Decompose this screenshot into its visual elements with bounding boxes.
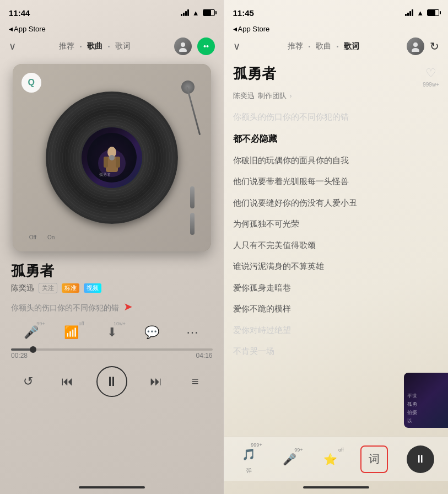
back-button-right[interactable]: ◂ App Store (224, 24, 449, 35)
top-nav-left: ∨ 推荐 歌曲 歌词 (0, 35, 224, 60)
eq-badge: off (79, 321, 84, 326)
playlist-icon: ≡ (192, 374, 199, 389)
star-icon-wrap[interactable]: ⭐ off (320, 448, 342, 470)
bottom-action-bar-right: 🎵 999+ 弹 🎤 99+ ⭐ off 词 (224, 437, 449, 481)
like-action-btn[interactable]: 🎤 99+ (21, 322, 42, 343)
lyric-line-9: 爱你不跪的模样 (233, 298, 440, 320)
svg-text:孤勇者: 孤勇者 (99, 173, 111, 177)
tab-recommend-right[interactable]: 推荐 (288, 41, 303, 51)
signal-icon-left (181, 9, 189, 16)
lyric-line-1: 都不必隐藏 (233, 128, 440, 150)
eq-action-btn[interactable]: 📶 off (61, 322, 82, 343)
star-action-item[interactable]: ⭐ off (320, 448, 342, 470)
ci-button[interactable]: 词 (360, 445, 388, 473)
download-icon: ⬇ (107, 325, 117, 340)
wifi-icon-right: ▲ (417, 9, 424, 17)
standard-tag-left[interactable]: 标准 (62, 283, 79, 293)
prev-icon: ⏮ (61, 374, 73, 389)
progress-container-left[interactable]: 00:28 04:16 (0, 346, 224, 362)
like-badge: 99+ (36, 321, 45, 326)
comment-action-btn[interactable]: 💬 (142, 322, 163, 343)
avatar-left[interactable] (174, 37, 192, 55)
svg-rect-8 (104, 157, 108, 168)
refresh-icon-right[interactable]: ↻ (430, 40, 439, 53)
tab-songs-left[interactable]: 歌曲 (87, 41, 102, 51)
nav-chevron-right[interactable]: ∨ (233, 40, 240, 52)
svg-point-1 (179, 48, 187, 52)
nav-chevron-left[interactable]: ∨ (9, 40, 16, 52)
video-tag-left[interactable]: 视频 (84, 283, 101, 293)
status-bar-left: 11:44 ▲ (0, 0, 224, 24)
status-time-left: 11:44 (9, 8, 30, 18)
chevron-left-icon-right: ◂ (233, 24, 237, 33)
next-icon: ⏭ (150, 374, 162, 389)
tab-recommend-left[interactable]: 推荐 (59, 41, 74, 51)
qs-logo: Q (21, 73, 41, 93)
nav-dot-1 (80, 46, 82, 47)
follow-tag-left[interactable]: 关注 (39, 283, 57, 293)
artist-name-right[interactable]: 陈奕迅 (233, 91, 255, 101)
svg-point-11 (413, 42, 418, 47)
dan-label: 弹 (246, 467, 252, 475)
tab-lyrics-left[interactable]: 歌词 (115, 41, 131, 51)
pause-button-right[interactable]: ⏸ (407, 445, 434, 473)
star-badge: off (338, 447, 344, 453)
play-pause-button-left[interactable]: ⏸ (96, 366, 127, 397)
more-action-btn[interactable]: ⋯ (182, 322, 203, 343)
pause-action-item-right[interactable]: ⏸ (407, 445, 434, 473)
tab-songs-right[interactable]: 歌曲 (316, 41, 331, 51)
equalizer-icon: 📶 (64, 325, 79, 340)
heart-count-right[interactable]: ♡ 999w+ (423, 66, 439, 88)
next-button-left[interactable]: ⏭ (146, 372, 166, 391)
nav-tabs-left: 推荐 歌曲 歌词 (59, 41, 131, 51)
team-label-right[interactable]: 制作团队 (258, 91, 287, 101)
chevron-right-icon: › (290, 92, 292, 100)
home-bar-left (79, 486, 145, 488)
slider-controls[interactable] (190, 186, 195, 235)
artist-name-left[interactable]: 陈奕迅 (11, 283, 34, 293)
tonearm (150, 80, 195, 147)
like-action-item-right[interactable]: 🎤 99+ (279, 448, 301, 470)
progress-thumb-left[interactable] (30, 346, 36, 353)
lyric-line-6: 人只有不完美值得歌颂 (233, 235, 440, 256)
tab-lyrics-right[interactable]: 歌词 (344, 41, 359, 51)
playlist-button-left[interactable]: ≡ (185, 372, 205, 391)
svg-point-3 (206, 45, 208, 47)
home-indicator-left (0, 481, 224, 494)
thumb-line-2: 拍摄 (407, 409, 445, 416)
star-icon: ⭐ (323, 453, 337, 466)
lyrics-header-right: 孤勇者 ♡ 999w+ (224, 60, 449, 90)
lyric-line-10: 爱你对峙过绝望 (233, 320, 440, 341)
play-icon: ⏸ (105, 374, 118, 389)
left-panel: 11:44 ▲ ◂ App Store ∨ 推荐 歌曲 歌词 (0, 0, 224, 494)
thumb-line-3: 以 (407, 417, 445, 425)
back-button-left[interactable]: ◂ App Store (0, 24, 224, 35)
status-bar-right: 11:45 ▲ (224, 0, 449, 24)
ci-label: 词 (369, 452, 380, 466)
wechat-button-left[interactable] (197, 37, 215, 55)
home-bar-right (303, 486, 369, 488)
thumbnail-overlay-right[interactable]: 平世 孤勇 拍摄 以 (404, 373, 448, 428)
lyrics-text-left: 你额头的伤口你的不同你犯的错 (11, 303, 119, 312)
ci-action-item[interactable]: 词 (360, 445, 388, 473)
battery-icon-left (203, 9, 215, 16)
on-label: On (47, 234, 55, 240)
repeat-button-left[interactable]: ↺ (18, 372, 38, 391)
dan-icon-wrap[interactable]: 🎵 999+ (238, 443, 260, 465)
lyric-line-2: 你破旧的玩偶你的面具你的自我 (233, 150, 440, 171)
nav-tabs-right: 推荐 歌曲 歌词 (288, 41, 359, 51)
time-current-left: 00:28 (11, 352, 28, 359)
album-container: Q (0, 60, 224, 256)
dan-action-item[interactable]: 🎵 999+ 弹 (238, 443, 260, 475)
dan-badge: 999+ (251, 442, 262, 448)
avatar-right[interactable] (407, 37, 424, 55)
download-action-btn[interactable]: ⬇ 10w+ (101, 322, 122, 343)
lyric-line-0: 你额头的伤口你的不同你犯的错 (233, 106, 440, 128)
like-icon-wrap-right[interactable]: 🎤 99+ (279, 448, 301, 470)
microphone-icon: 🎤 (24, 325, 39, 340)
repeat-icon: ↺ (23, 374, 33, 389)
lyric-line-3: 他们说要带着光驯服每一头怪兽 (233, 171, 440, 192)
arrow-indicator: ➤ (123, 300, 133, 313)
prev-button-left[interactable]: ⏮ (57, 372, 77, 391)
progress-bar-left[interactable] (11, 348, 213, 351)
